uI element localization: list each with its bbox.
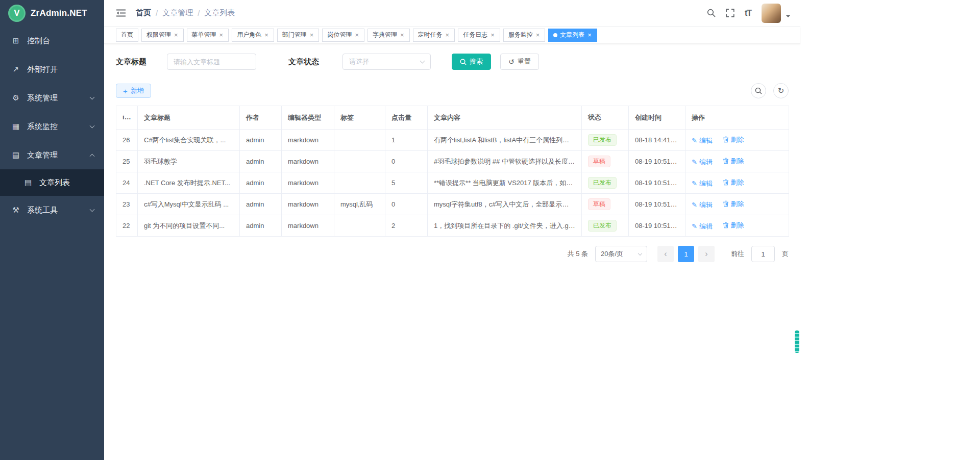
trash-icon xyxy=(723,136,729,143)
sidebar-item-article-list[interactable]: ▤ 文章列表 xyxy=(0,169,104,196)
pagination: 共 5 条 20条/页 ‹ 1 › 前往 页 xyxy=(116,246,789,262)
tab-post[interactable]: 岗位管理 × xyxy=(322,29,364,42)
status-filter-select[interactable]: 请选择 xyxy=(342,54,431,70)
document-icon: ▤ xyxy=(23,178,33,187)
page-number-button[interactable]: 1 xyxy=(678,246,694,262)
search-toggle-button[interactable] xyxy=(751,83,766,98)
sidebar-item-system-management[interactable]: ⚙ 系统管理 xyxy=(0,84,104,112)
close-icon[interactable]: × xyxy=(587,32,592,38)
edit-link[interactable]: ✎编辑 xyxy=(692,136,713,145)
sort-icon[interactable] xyxy=(604,113,608,122)
title-filter-input[interactable] xyxy=(167,54,256,70)
delete-link[interactable]: 删除 xyxy=(723,135,744,144)
tab-user-role[interactable]: 用户角色 × xyxy=(232,29,274,42)
edit-icon: ✎ xyxy=(692,223,697,229)
jump-label: 前往 xyxy=(731,249,744,259)
edit-label: 编辑 xyxy=(699,158,713,167)
tab-permission[interactable]: 权限管理 × xyxy=(141,29,184,42)
edit-link[interactable]: ✎编辑 xyxy=(692,200,713,210)
sidebar-item-label: 系统工具 xyxy=(27,206,84,215)
tab-scheduled-task[interactable]: 定时任务 × xyxy=(413,29,455,42)
delete-link[interactable]: 删除 xyxy=(723,157,744,166)
top-header: 首页 / 文章管理 / 文章列表 tT xyxy=(104,0,800,27)
app-logo[interactable]: V ZrAdmin.NET xyxy=(0,0,104,27)
breadcrumb-current: 文章列表 xyxy=(204,8,235,18)
delete-link[interactable]: 删除 xyxy=(723,199,744,209)
edit-link[interactable]: ✎编辑 xyxy=(692,179,713,188)
add-button[interactable]: + 新增 xyxy=(116,84,151,98)
breadcrumb-home[interactable]: 首页 xyxy=(136,8,151,18)
sidebar-item-article-management[interactable]: ▤ 文章管理 xyxy=(0,141,104,169)
fullscreen-icon[interactable] xyxy=(726,9,734,17)
font-size-icon[interactable]: tT xyxy=(745,9,751,18)
chevron-down-icon[interactable] xyxy=(786,15,790,19)
close-icon[interactable]: × xyxy=(490,32,495,38)
column-header-id[interactable]: id xyxy=(116,106,138,130)
table-row-26[interactable]: 26 C#两个list集合实现关联，... admin markdown 1 有… xyxy=(116,130,789,151)
column-header-status[interactable]: 状态 xyxy=(582,106,629,130)
cell-title: C#两个list集合实现关联，... xyxy=(138,130,240,151)
edit-link[interactable]: ✎编辑 xyxy=(692,222,713,231)
tab-menu-management[interactable]: 菜单管理 × xyxy=(187,29,229,42)
tab-dictionary[interactable]: 字典管理 × xyxy=(368,29,410,42)
page-size-select[interactable]: 20条/页 xyxy=(595,246,647,262)
search-form: 文章标题 文章状态 请选择 搜索 ↺ 重置 xyxy=(116,54,789,70)
search-icon[interactable] xyxy=(707,9,716,17)
table-row-22[interactable]: 22 git 为不同的项目设置不同... admin markdown 2 1，… xyxy=(116,215,789,237)
prev-page-button[interactable]: ‹ xyxy=(657,246,674,262)
edit-label: 编辑 xyxy=(699,179,713,188)
breadcrumb-section: 文章管理 xyxy=(162,8,193,18)
cell-editor-type: markdown xyxy=(282,172,334,194)
cell-tags xyxy=(334,130,385,151)
table-row-23[interactable]: 23 c#写入Mysql中文显示乱码 ... admin markdown my… xyxy=(116,194,789,215)
search-button[interactable]: 搜索 xyxy=(452,54,491,70)
close-icon[interactable]: × xyxy=(219,32,224,38)
table-row-25[interactable]: 25 羽毛球教学 admin markdown 0 #羽毛球拍参数说明 ## 中… xyxy=(116,151,789,172)
tab-department[interactable]: 部门管理 × xyxy=(277,29,320,42)
cell-clicks: 2 xyxy=(385,215,428,237)
delete-link[interactable]: 删除 xyxy=(723,221,744,230)
reset-button[interactable]: ↺ 重置 xyxy=(500,54,539,70)
close-icon[interactable]: × xyxy=(264,32,269,38)
edit-icon: ✎ xyxy=(692,137,697,144)
trash-icon xyxy=(723,200,729,207)
status-badge: 已发布 xyxy=(588,177,617,189)
document-icon: ▤ xyxy=(11,150,20,160)
next-page-button[interactable]: › xyxy=(698,246,715,262)
scrollbar-thumb[interactable] xyxy=(795,330,799,353)
tab-server-monitor[interactable]: 服务监控 × xyxy=(503,29,546,42)
close-icon[interactable]: × xyxy=(309,32,314,38)
cell-created: 08-19 10:51:25 xyxy=(629,194,685,215)
sidebar-item-dashboard[interactable]: ⊞ 控制台 xyxy=(0,27,104,55)
reset-icon: ↺ xyxy=(508,58,514,65)
delete-link[interactable]: 删除 xyxy=(723,178,744,187)
sidebar-fold-icon[interactable] xyxy=(116,9,126,17)
tab-article-list[interactable]: 文章列表 × xyxy=(548,29,597,42)
avatar[interactable] xyxy=(762,4,781,23)
sidebar-item-external-open[interactable]: ↗ 外部打开 xyxy=(0,55,104,84)
close-icon[interactable]: × xyxy=(354,32,359,38)
table-row-24[interactable]: 24 .NET Core 发布时提示.NET... admin markdown… xyxy=(116,172,789,194)
close-icon[interactable]: × xyxy=(400,32,405,38)
column-label: 编辑器类型 xyxy=(288,114,321,121)
close-icon[interactable]: × xyxy=(445,32,450,38)
status-badge: 草稿 xyxy=(588,156,610,167)
sidebar-item-system-tools[interactable]: ⚒ 系统工具 xyxy=(0,196,104,224)
cell-content: #羽毛球拍参数说明 ## 中管软硬选择以及长度介... xyxy=(428,151,582,172)
tab-label: 字典管理 xyxy=(373,31,397,39)
sort-icon[interactable] xyxy=(132,113,136,122)
chevron-down-icon xyxy=(420,59,425,64)
cell-editor-type: markdown xyxy=(282,215,334,237)
tab-task-log[interactable]: 任务日志 × xyxy=(458,29,500,42)
tab-home[interactable]: 首页 xyxy=(116,29,138,42)
cell-clicks: 0 xyxy=(385,194,428,215)
header-actions: tT xyxy=(707,4,790,23)
refresh-button[interactable]: ↻ xyxy=(773,83,789,98)
close-icon[interactable]: × xyxy=(174,32,179,38)
close-icon[interactable]: × xyxy=(535,32,541,38)
cell-content: mysql字符集utf8，c#写入中文后，全部显示成? ... xyxy=(428,194,582,215)
delete-label: 删除 xyxy=(731,221,744,230)
edit-link[interactable]: ✎编辑 xyxy=(692,158,713,167)
jump-page-input[interactable] xyxy=(751,246,775,262)
sidebar-item-system-monitor[interactable]: ▦ 系统监控 xyxy=(0,112,104,141)
